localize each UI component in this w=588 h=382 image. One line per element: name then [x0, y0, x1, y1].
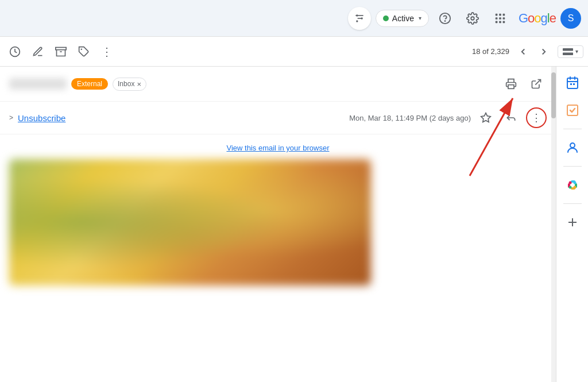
prev-email-button[interactable]: [514, 43, 532, 61]
svg-line-25: [535, 80, 540, 85]
star-button[interactable]: [475, 107, 496, 128]
svg-rect-33: [570, 83, 572, 85]
svg-rect-14: [503, 17, 505, 20]
svg-rect-15: [496, 21, 498, 23]
sender-expand-icon[interactable]: >: [9, 114, 13, 122]
tags-row: External Inbox ×: [0, 67, 556, 102]
sidebar-tasks-button[interactable]: [561, 99, 584, 122]
svg-rect-19: [56, 47, 66, 49]
svg-point-3: [356, 14, 358, 16]
open-external-button[interactable]: [526, 74, 547, 94]
active-chevron-icon: ▾: [419, 15, 421, 21]
email-date: Mon, Mar 18, 11:49 PM (2 days ago): [349, 114, 471, 122]
svg-point-8: [471, 17, 474, 20]
sidebar-divider-3: [563, 203, 582, 204]
svg-rect-9: [496, 13, 498, 16]
top-bar: Active ▾: [0, 0, 588, 37]
view-in-browser-link[interactable]: View this email in your browser: [9, 144, 547, 152]
svg-marker-26: [481, 113, 491, 122]
reply-button[interactable]: [501, 107, 521, 128]
apps-button[interactable]: [489, 7, 512, 30]
svg-point-44: [573, 186, 576, 189]
svg-rect-34: [573, 83, 575, 85]
inbox-tag-label: Inbox: [118, 80, 134, 88]
label-button[interactable]: [74, 41, 94, 62]
svg-point-42: [568, 186, 571, 189]
sidebar-divider-1: [563, 129, 582, 129]
more-actions-button[interactable]: ⋮: [526, 107, 547, 128]
scrollbar[interactable]: [551, 67, 556, 382]
svg-point-41: [568, 182, 571, 184]
svg-point-36: [570, 143, 575, 148]
view-toggle-button[interactable]: ▾: [558, 45, 583, 58]
inbox-tag: Inbox ×: [113, 78, 146, 91]
google-logo: Google: [519, 11, 556, 26]
svg-rect-12: [496, 17, 498, 20]
sidebar-calendar-button[interactable]: [561, 71, 584, 94]
sidebar-contacts-button[interactable]: [561, 136, 584, 159]
sidebar-divider-2: [563, 166, 582, 167]
svg-rect-23: [563, 52, 573, 55]
active-label: Active: [392, 14, 414, 23]
svg-point-43: [573, 182, 576, 184]
more-options-icon: ⋮: [101, 45, 113, 59]
active-status-badge[interactable]: Active ▾: [376, 10, 429, 27]
settings-button[interactable]: [461, 7, 484, 30]
external-tag: External: [71, 78, 108, 90]
more-actions-icon: ⋮: [531, 111, 541, 124]
inbox-tag-close[interactable]: ×: [137, 80, 141, 88]
svg-rect-13: [499, 17, 501, 20]
svg-rect-11: [503, 13, 505, 16]
more-options-button[interactable]: ⋮: [96, 41, 117, 62]
scrollbar-thumb[interactable]: [551, 72, 556, 118]
archive-button[interactable]: [51, 41, 71, 62]
svg-rect-17: [503, 21, 505, 23]
svg-rect-16: [499, 21, 501, 23]
filter-button[interactable]: [348, 7, 371, 30]
user-avatar-button[interactable]: S: [560, 8, 581, 29]
svg-rect-29: [567, 78, 578, 88]
svg-rect-10: [499, 13, 501, 16]
pagination-info: 18 of 2,329: [472, 47, 509, 56]
clock-button[interactable]: [5, 41, 25, 62]
sidebar-add-button[interactable]: [561, 211, 584, 234]
compose-button[interactable]: [28, 41, 48, 62]
svg-point-5: [356, 20, 358, 22]
svg-rect-22: [563, 48, 573, 51]
right-sidebar: [556, 67, 588, 382]
avatar-initial: S: [568, 13, 574, 24]
main-content: External Inbox ×: [0, 67, 588, 382]
sender-name[interactable]: Unsubscribe: [18, 113, 65, 123]
email-body: View this email in your browser: [0, 134, 556, 295]
next-email-button[interactable]: [535, 43, 553, 61]
svg-point-4: [361, 17, 362, 19]
top-bar-right: Active ▾: [348, 7, 581, 30]
sender-blurred: [9, 78, 67, 90]
print-button[interactable]: [501, 74, 521, 94]
secondary-toolbar: ⋮ 18 of 2,329 ▾: [0, 37, 588, 67]
view-toggle-chevron: ▾: [575, 48, 578, 55]
sidebar-slack-button[interactable]: [561, 173, 584, 196]
email-header: > Unsubscribe Mon, Mar 18, 11:49 PM (2 d…: [0, 102, 556, 134]
email-area: External Inbox ×: [0, 67, 556, 382]
help-button[interactable]: [434, 7, 457, 30]
svg-rect-24: [508, 85, 514, 89]
email-image-content: [9, 159, 371, 285]
active-dot: [383, 16, 389, 21]
